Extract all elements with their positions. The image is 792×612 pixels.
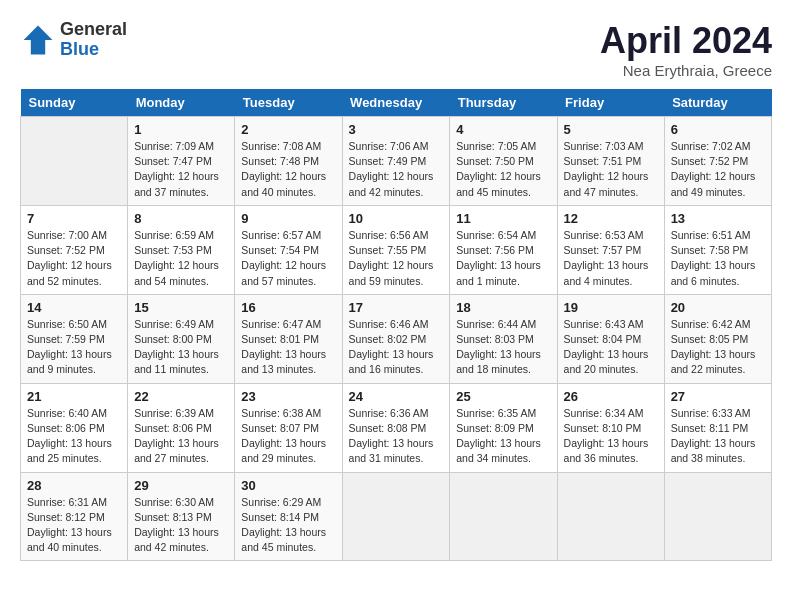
day-info: Sunrise: 7:09 AMSunset: 7:47 PMDaylight:… [134,139,228,200]
day-number: 21 [27,389,121,404]
day-number: 24 [349,389,444,404]
calendar-week-4: 21Sunrise: 6:40 AMSunset: 8:06 PMDayligh… [21,383,772,472]
day-info: Sunrise: 6:30 AMSunset: 8:13 PMDaylight:… [134,495,228,556]
day-info: Sunrise: 6:42 AMSunset: 8:05 PMDaylight:… [671,317,765,378]
title-section: April 2024 Nea Erythraia, Greece [600,20,772,79]
logo-icon [20,22,56,58]
day-number: 5 [564,122,658,137]
day-info: Sunrise: 6:29 AMSunset: 8:14 PMDaylight:… [241,495,335,556]
day-info: Sunrise: 6:59 AMSunset: 7:53 PMDaylight:… [134,228,228,289]
day-info: Sunrise: 6:43 AMSunset: 8:04 PMDaylight:… [564,317,658,378]
day-of-week-saturday: Saturday [664,89,771,117]
calendar-cell: 9Sunrise: 6:57 AMSunset: 7:54 PMDaylight… [235,205,342,294]
logo-blue-text: Blue [60,40,127,60]
day-info: Sunrise: 7:06 AMSunset: 7:49 PMDaylight:… [349,139,444,200]
calendar-cell: 10Sunrise: 6:56 AMSunset: 7:55 PMDayligh… [342,205,450,294]
day-info: Sunrise: 6:36 AMSunset: 8:08 PMDaylight:… [349,406,444,467]
day-info: Sunrise: 6:33 AMSunset: 8:11 PMDaylight:… [671,406,765,467]
header: General Blue April 2024 Nea Erythraia, G… [20,20,772,79]
day-info: Sunrise: 6:56 AMSunset: 7:55 PMDaylight:… [349,228,444,289]
calendar-cell [450,472,557,561]
day-number: 30 [241,478,335,493]
day-info: Sunrise: 6:57 AMSunset: 7:54 PMDaylight:… [241,228,335,289]
day-number: 19 [564,300,658,315]
day-number: 22 [134,389,228,404]
day-number: 9 [241,211,335,226]
calendar-cell: 30Sunrise: 6:29 AMSunset: 8:14 PMDayligh… [235,472,342,561]
calendar-cell: 3Sunrise: 7:06 AMSunset: 7:49 PMDaylight… [342,117,450,206]
day-info: Sunrise: 7:03 AMSunset: 7:51 PMDaylight:… [564,139,658,200]
logo-text: General Blue [60,20,127,60]
calendar-week-5: 28Sunrise: 6:31 AMSunset: 8:12 PMDayligh… [21,472,772,561]
calendar-cell: 26Sunrise: 6:34 AMSunset: 8:10 PMDayligh… [557,383,664,472]
calendar-cell [557,472,664,561]
day-number: 8 [134,211,228,226]
day-number: 25 [456,389,550,404]
day-number: 20 [671,300,765,315]
day-info: Sunrise: 6:54 AMSunset: 7:56 PMDaylight:… [456,228,550,289]
calendar-cell: 11Sunrise: 6:54 AMSunset: 7:56 PMDayligh… [450,205,557,294]
day-of-week-monday: Monday [128,89,235,117]
day-info: Sunrise: 6:35 AMSunset: 8:09 PMDaylight:… [456,406,550,467]
calendar-week-2: 7Sunrise: 7:00 AMSunset: 7:52 PMDaylight… [21,205,772,294]
calendar-cell: 18Sunrise: 6:44 AMSunset: 8:03 PMDayligh… [450,294,557,383]
calendar-cell: 7Sunrise: 7:00 AMSunset: 7:52 PMDaylight… [21,205,128,294]
day-info: Sunrise: 6:53 AMSunset: 7:57 PMDaylight:… [564,228,658,289]
day-number: 23 [241,389,335,404]
day-info: Sunrise: 7:02 AMSunset: 7:52 PMDaylight:… [671,139,765,200]
svg-marker-0 [24,25,53,54]
calendar-cell: 13Sunrise: 6:51 AMSunset: 7:58 PMDayligh… [664,205,771,294]
day-number: 26 [564,389,658,404]
logo-general-text: General [60,20,127,40]
day-info: Sunrise: 7:08 AMSunset: 7:48 PMDaylight:… [241,139,335,200]
calendar-cell: 14Sunrise: 6:50 AMSunset: 7:59 PMDayligh… [21,294,128,383]
day-info: Sunrise: 6:39 AMSunset: 8:06 PMDaylight:… [134,406,228,467]
calendar-cell: 29Sunrise: 6:30 AMSunset: 8:13 PMDayligh… [128,472,235,561]
calendar-cell: 27Sunrise: 6:33 AMSunset: 8:11 PMDayligh… [664,383,771,472]
calendar-cell: 12Sunrise: 6:53 AMSunset: 7:57 PMDayligh… [557,205,664,294]
calendar-cell: 17Sunrise: 6:46 AMSunset: 8:02 PMDayligh… [342,294,450,383]
day-info: Sunrise: 6:51 AMSunset: 7:58 PMDaylight:… [671,228,765,289]
day-info: Sunrise: 6:47 AMSunset: 8:01 PMDaylight:… [241,317,335,378]
calendar-cell: 6Sunrise: 7:02 AMSunset: 7:52 PMDaylight… [664,117,771,206]
day-number: 11 [456,211,550,226]
calendar-week-3: 14Sunrise: 6:50 AMSunset: 7:59 PMDayligh… [21,294,772,383]
calendar-cell: 19Sunrise: 6:43 AMSunset: 8:04 PMDayligh… [557,294,664,383]
calendar-cell [342,472,450,561]
day-of-week-wednesday: Wednesday [342,89,450,117]
calendar-week-1: 1Sunrise: 7:09 AMSunset: 7:47 PMDaylight… [21,117,772,206]
calendar-body: 1Sunrise: 7:09 AMSunset: 7:47 PMDaylight… [21,117,772,561]
day-number: 17 [349,300,444,315]
day-number: 4 [456,122,550,137]
calendar-header: SundayMondayTuesdayWednesdayThursdayFrid… [21,89,772,117]
day-of-week-tuesday: Tuesday [235,89,342,117]
calendar-cell: 8Sunrise: 6:59 AMSunset: 7:53 PMDaylight… [128,205,235,294]
day-info: Sunrise: 6:40 AMSunset: 8:06 PMDaylight:… [27,406,121,467]
day-number: 12 [564,211,658,226]
day-number: 15 [134,300,228,315]
day-info: Sunrise: 6:49 AMSunset: 8:00 PMDaylight:… [134,317,228,378]
day-info: Sunrise: 6:46 AMSunset: 8:02 PMDaylight:… [349,317,444,378]
day-info: Sunrise: 7:00 AMSunset: 7:52 PMDaylight:… [27,228,121,289]
calendar-cell: 22Sunrise: 6:39 AMSunset: 8:06 PMDayligh… [128,383,235,472]
main-title: April 2024 [600,20,772,62]
subtitle: Nea Erythraia, Greece [600,62,772,79]
calendar-cell: 20Sunrise: 6:42 AMSunset: 8:05 PMDayligh… [664,294,771,383]
day-number: 10 [349,211,444,226]
calendar-cell: 2Sunrise: 7:08 AMSunset: 7:48 PMDaylight… [235,117,342,206]
day-info: Sunrise: 6:44 AMSunset: 8:03 PMDaylight:… [456,317,550,378]
day-number: 7 [27,211,121,226]
day-number: 1 [134,122,228,137]
calendar-table: SundayMondayTuesdayWednesdayThursdayFrid… [20,89,772,561]
day-of-week-thursday: Thursday [450,89,557,117]
calendar-cell: 15Sunrise: 6:49 AMSunset: 8:00 PMDayligh… [128,294,235,383]
day-number: 14 [27,300,121,315]
day-info: Sunrise: 6:31 AMSunset: 8:12 PMDaylight:… [27,495,121,556]
day-info: Sunrise: 7:05 AMSunset: 7:50 PMDaylight:… [456,139,550,200]
day-header-row: SundayMondayTuesdayWednesdayThursdayFrid… [21,89,772,117]
day-info: Sunrise: 6:38 AMSunset: 8:07 PMDaylight:… [241,406,335,467]
day-number: 29 [134,478,228,493]
calendar-cell: 24Sunrise: 6:36 AMSunset: 8:08 PMDayligh… [342,383,450,472]
day-of-week-sunday: Sunday [21,89,128,117]
calendar-cell: 5Sunrise: 7:03 AMSunset: 7:51 PMDaylight… [557,117,664,206]
